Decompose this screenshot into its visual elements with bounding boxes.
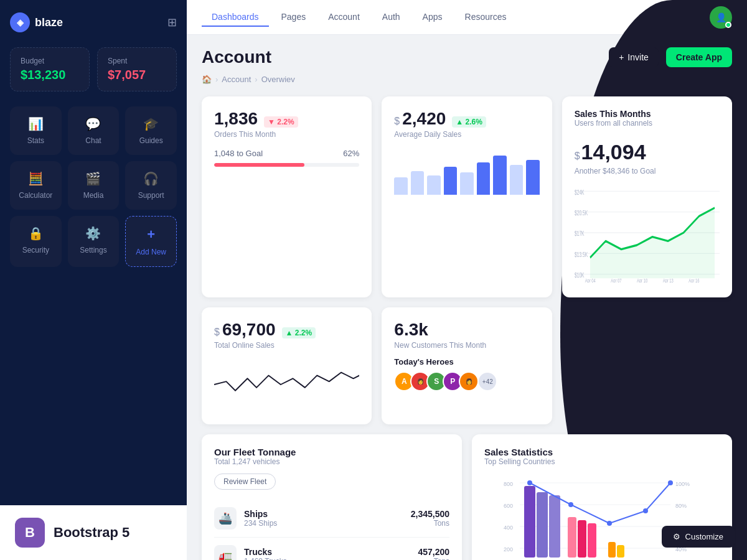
daily-sales-card: $ 2,420 ▲ 2.6% Average Daily Sales [382, 96, 552, 297]
tab-resources[interactable]: Resources [455, 8, 517, 27]
trucks-unit: Tons [418, 557, 449, 560]
calculator-label: Calculator [19, 191, 52, 200]
bar-5 [460, 172, 473, 195]
progress-label: 1,048 to Goal [214, 149, 263, 158]
budget-row: Budget $13,230 Spent $7,057 [10, 47, 177, 91]
sidebar-item-support[interactable]: 🎧 Support [125, 161, 177, 210]
logo-text: blaze [35, 16, 63, 29]
nav-tabs: Dashboards Pages Account Auth Apps Resou… [202, 8, 516, 27]
chat-label: Chat [85, 136, 101, 145]
bootstrap-icon: B [15, 518, 45, 548]
sales-big-value: 14,094 [581, 140, 646, 164]
user-avatar[interactable]: 👤 [710, 6, 732, 29]
menu-icon[interactable]: ⊞ [167, 16, 177, 29]
security-icon: 🔒 [28, 226, 44, 241]
online-sales-card: $ 69,700 ▲ 2.2% Total Online Sales [202, 307, 372, 424]
heroes-label: Today's Heroes [394, 357, 539, 366]
add-new-label: Add New [136, 248, 166, 256]
svg-text:$13.5K: $13.5K [575, 251, 588, 258]
svg-rect-25 [537, 492, 548, 558]
sidebar-item-stats[interactable]: 📊 Stats [10, 106, 62, 155]
stats-icon: 📊 [28, 116, 44, 131]
svg-text:200: 200 [504, 546, 513, 553]
breadcrumb: 🏠 › Account › Overwiev [202, 75, 732, 84]
tab-account[interactable]: Account [318, 8, 370, 27]
fleet-title: Our Fleet Tonnage [214, 447, 449, 457]
page-title: Account [202, 47, 271, 67]
sidebar-item-settings[interactable]: ⚙️ Settings [68, 216, 120, 267]
breadcrumb-account[interactable]: Account [222, 75, 251, 84]
svg-text:$24K: $24K [575, 189, 585, 196]
breadcrumb-current: Overwiev [261, 75, 295, 84]
bar-3 [427, 175, 440, 195]
customize-button[interactable]: ⚙ Customize [662, 526, 735, 548]
ships-amount: 2,345,500 [411, 509, 449, 519]
calculator-icon: 🧮 [28, 171, 44, 186]
bottom-grid: Our Fleet Tonnage Total 1,247 vehicles R… [202, 434, 732, 560]
trucks-info: Trucks 1,460 Trucks [244, 547, 418, 560]
bootstrap-label: Bootstrap 5 [54, 525, 129, 541]
sidebar-item-security[interactable]: 🔒 Security [10, 216, 62, 267]
svg-rect-24 [524, 486, 535, 558]
tab-auth[interactable]: Auth [372, 8, 410, 27]
ships-value: 2,345,500 Tons [411, 509, 449, 528]
fleet-row-ships: 🚢 Ships 234 Ships 2,345,500 Tons [214, 500, 449, 538]
heroes-section: Today's Heroes A 👩 S P 👩 +42 [394, 357, 539, 391]
orders-badge: ▼ 2.2% [264, 116, 298, 128]
hero-count: +42 [477, 371, 497, 391]
trucks-amount: 457,200 [418, 547, 449, 557]
guides-icon: 🎓 [143, 116, 159, 131]
spent-label: Spent [108, 57, 166, 65]
bar-1 [394, 177, 407, 195]
svg-text:800: 800 [504, 481, 513, 487]
svg-rect-30 [608, 542, 616, 558]
sidebar-item-chat[interactable]: 💬 Chat [68, 106, 120, 155]
customize-icon: ⚙ [673, 532, 680, 541]
sales-month-subtitle: Users from all channels [575, 119, 720, 128]
svg-text:Apr 10: Apr 10 [637, 278, 648, 282]
sidebar-item-guides[interactable]: 🎓 Guides [125, 106, 177, 155]
wavy-chart [214, 360, 359, 409]
sidebar-item-add-new[interactable]: + Add New [125, 216, 177, 267]
new-customers-label: New Customers This Month [394, 341, 539, 350]
breadcrumb-home[interactable]: 🏠 [202, 75, 212, 84]
online-sales-value: 69,700 [222, 320, 276, 340]
svg-text:Apr 13: Apr 13 [662, 278, 673, 282]
sidebar-item-media[interactable]: 🎬 Media [68, 161, 120, 210]
security-label: Security [22, 246, 49, 254]
progress-pct: 62% [343, 149, 359, 158]
review-fleet-button[interactable]: Review Fleet [214, 474, 276, 490]
bar-4 [444, 167, 457, 195]
sales-month-card: Sales This Months Users from all channel… [562, 96, 732, 297]
plus-icon: + [619, 52, 624, 62]
add-icon: + [147, 226, 155, 243]
tab-pages[interactable]: Pages [271, 8, 316, 27]
trucks-value: 457,200 Tons [418, 547, 449, 560]
svg-text:400: 400 [504, 525, 513, 531]
progress-row: 1,048 to Goal 62% [214, 149, 359, 158]
svg-rect-28 [578, 520, 586, 558]
main-content: Dashboards Pages Account Auth Apps Resou… [187, 0, 747, 560]
tab-apps[interactable]: Apps [413, 8, 453, 27]
bar-7 [493, 156, 506, 195]
daily-sales-label: Average Daily Sales [394, 130, 539, 139]
support-icon: 🎧 [143, 171, 159, 186]
tab-dashboards[interactable]: Dashboards [202, 8, 269, 27]
sales-line-chart: $24K $20.5K $17K $13.5K $10K Apr 04 Apr … [575, 183, 720, 282]
svg-rect-29 [588, 523, 596, 558]
invite-button[interactable]: + Invite [609, 47, 659, 67]
svg-text:$17K: $17K [575, 230, 585, 238]
ships-icon: 🚢 [214, 507, 237, 530]
svg-point-34 [607, 521, 612, 526]
sidebar-item-calculator[interactable]: 🧮 Calculator [10, 161, 62, 210]
media-icon: 🎬 [85, 171, 101, 186]
spent-value: $7,057 [108, 68, 166, 82]
progress-fill [214, 163, 304, 167]
create-app-button[interactable]: Create App [666, 47, 732, 67]
bootstrap-badge: B Bootstrap 5 [0, 505, 187, 560]
fleet-subtitle: Total 1,247 vehicles [214, 457, 449, 466]
svg-text:$20.5K: $20.5K [575, 209, 588, 217]
online-sales-badge: ▲ 2.2% [282, 327, 316, 338]
svg-text:80%: 80% [675, 503, 687, 509]
media-label: Media [83, 191, 104, 200]
